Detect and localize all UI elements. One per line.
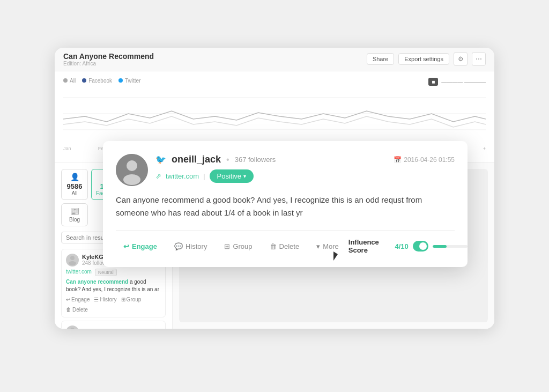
influence-label: Influence Score	[348, 238, 391, 254]
engage-icon: ↩	[123, 242, 129, 250]
more-label: More	[323, 242, 339, 250]
result-item-2: lizjohnston84 235 followers twitter.com …	[61, 321, 166, 329]
legend-twitter: Twitter	[118, 78, 140, 84]
modal-influence-section: Influence Score 4/10	[348, 238, 468, 254]
legend-dot-all	[63, 78, 68, 83]
more-icon: ▾	[316, 242, 320, 250]
modal-user-top: 🐦 oneill_jack • 367 followers 📅 2016-04-…	[155, 154, 455, 165]
legend-dot-twitter	[118, 78, 123, 83]
chart-legend: All Facebook Twitter	[63, 78, 486, 84]
influence-score-bar	[433, 245, 468, 248]
legend-dot-facebook	[82, 78, 86, 83]
group-1[interactable]: ⊞ Group	[121, 297, 142, 302]
delete-label: Delete	[279, 242, 300, 250]
all-count: 9586	[67, 182, 83, 190]
source-tab-blog[interactable]: 📰 Blog	[61, 203, 88, 226]
chart-filter: ■ ———— ————	[428, 78, 486, 86]
delete-1[interactable]: 🗑 Delete	[66, 307, 88, 313]
export-button[interactable]: Export settings	[398, 53, 449, 65]
modal-separator: •	[226, 155, 229, 165]
result-actions-1: ↩ Engage ☰ History ⊞ Group 🗑 Delete	[66, 297, 161, 313]
modal-date: 📅 2016-04-26 01:55	[394, 156, 455, 164]
legend-all: All	[63, 78, 76, 84]
history-icon: 💬	[174, 242, 183, 250]
source-link-1[interactable]: twitter.com	[66, 269, 92, 276]
settings-icon-btn[interactable]: ⚙	[454, 52, 468, 66]
svg-point-5	[70, 328, 75, 329]
blog-icon: 📰	[70, 207, 79, 216]
filter-label: ———— ————	[441, 79, 486, 85]
modal-user-info: 🐦 oneill_jack • 367 followers 📅 2016-04-…	[155, 154, 455, 183]
modal-followers: 367 followers	[235, 156, 276, 164]
legend-twitter-label: Twitter	[125, 78, 140, 84]
history-1[interactable]: ☰ History	[94, 297, 116, 302]
chart-svg	[63, 87, 486, 146]
influence-score-value: 4/10	[395, 242, 409, 250]
chevron-down-icon: ▾	[243, 173, 246, 179]
sentiment-dropdown[interactable]: Positive ▾	[210, 169, 254, 183]
modal-group-button[interactable]: ⊞ Group	[217, 239, 259, 254]
avatar-kylekg	[66, 254, 79, 267]
modal-more-button[interactable]: ▾ More	[309, 239, 346, 254]
modal-card: 🐦 oneill_jack • 367 followers 📅 2016-04-…	[103, 141, 468, 267]
svg-point-8	[127, 160, 137, 171]
engage-label: Engage	[132, 242, 157, 250]
result-text-1: Can anyone recommend a good book? And ye…	[66, 278, 161, 293]
calendar-icon: 📅	[394, 156, 402, 164]
svg-point-3	[70, 256, 75, 260]
influence-toggle[interactable]	[413, 241, 428, 252]
influence-score-fill	[433, 245, 447, 248]
twitter-brand-icon: 🐦	[155, 154, 166, 165]
top-bar-right: Share Export settings ⚙ ⋯	[367, 52, 486, 66]
all-icon: 👤	[70, 173, 79, 181]
legend-all-label: All	[70, 78, 76, 84]
modal-header: 🐦 oneill_jack • 367 followers 📅 2016-04-…	[116, 154, 455, 186]
modal-date-text: 2016-04-26 01:55	[404, 156, 455, 164]
svg-point-9	[123, 174, 140, 185]
modal-divider: |	[203, 172, 205, 180]
device-frame: Can Anyone Recommend Edition: Africa Sha…	[55, 48, 494, 329]
page-title: Can Anyone Recommend	[63, 52, 154, 61]
all-label: All	[71, 190, 77, 196]
more-icon-btn[interactable]: ⋯	[472, 52, 486, 66]
modal-source-row: ⇗ twitter.com | Positive ▾	[155, 169, 455, 183]
top-bar: Can Anyone Recommend Edition: Africa Sha…	[55, 48, 494, 71]
source-sentiment-1: twitter.com Neutral	[66, 269, 161, 276]
modal-source-link[interactable]: twitter.com	[166, 172, 199, 180]
sentiment-1: Neutral	[95, 269, 117, 276]
sentiment-value: Positive	[217, 172, 242, 180]
delete-icon: 🗑	[270, 242, 277, 250]
share-button[interactable]: Share	[367, 53, 394, 65]
modal-delete-button[interactable]: 🗑 Delete	[262, 239, 307, 254]
share-icon: ⇗	[155, 172, 161, 180]
legend-facebook-label: Facebook	[88, 78, 112, 84]
modal-text: Can anyone recommend a good book? And ye…	[116, 194, 455, 219]
blog-label: Blog	[69, 217, 80, 223]
engage-1[interactable]: ↩ Engage	[66, 297, 90, 302]
modal-username: oneill_jack	[172, 154, 221, 165]
legend-facebook: Facebook	[82, 78, 112, 84]
filter-badge: ■	[428, 78, 438, 86]
group-label: Group	[233, 242, 252, 250]
history-label: History	[186, 242, 207, 250]
svg-point-4	[69, 261, 76, 265]
modal-history-button[interactable]: 💬 History	[167, 239, 214, 254]
page-title-area: Can Anyone Recommend Edition: Africa	[63, 52, 154, 66]
avatar-lizjohnston	[66, 326, 79, 329]
modal-footer: ↩ Engage 💬 History ⊞ Group 🗑 Delete ▾	[116, 230, 455, 254]
result-header-2: lizjohnston84 235 followers	[66, 326, 161, 329]
highlight-1: Can anyone recommend	[66, 279, 128, 285]
page-subtitle: Edition: Africa	[63, 61, 154, 66]
source-tab-all[interactable]: 👤 9586 All	[61, 169, 88, 200]
group-icon: ⊞	[224, 242, 230, 250]
modal-avatar	[116, 154, 148, 186]
modal-engage-button[interactable]: ↩ Engage	[116, 239, 165, 254]
